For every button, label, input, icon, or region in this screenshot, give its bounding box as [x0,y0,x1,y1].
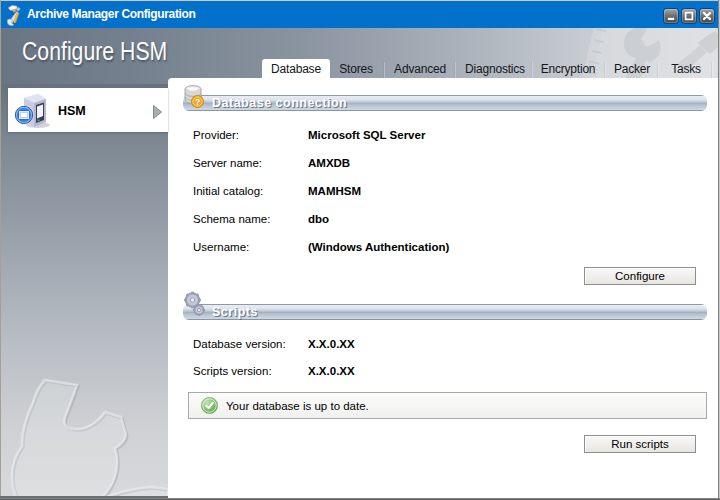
svg-text:?: ? [195,97,200,107]
